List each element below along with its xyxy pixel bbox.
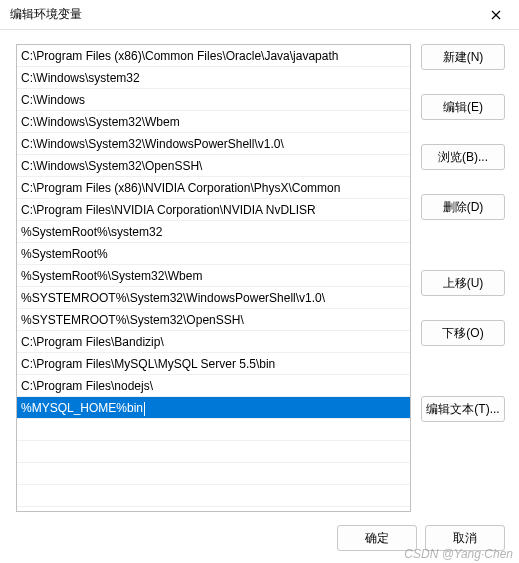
dialog-bottom-bar: 确定 取消 — [337, 525, 505, 551]
spacer — [421, 126, 505, 138]
dialog-content: C:\Program Files (x86)\Common Files\Orac… — [0, 30, 519, 520]
edittext-button[interactable]: 编辑文本(T)... — [421, 396, 505, 422]
list-item[interactable]: C:\Windows — [17, 89, 410, 111]
list-item[interactable]: %SYSTEMROOT%\System32\OpenSSH\ — [17, 309, 410, 331]
browse-button[interactable]: 浏览(B)... — [421, 144, 505, 170]
delete-button[interactable]: 删除(D) — [421, 194, 505, 220]
spacer — [421, 76, 505, 88]
spacer — [421, 176, 505, 188]
moveup-button[interactable]: 上移(U) — [421, 270, 505, 296]
close-button[interactable] — [481, 1, 511, 29]
list-item[interactable]: %SystemRoot% — [17, 243, 410, 265]
titlebar: 编辑环境变量 — [0, 0, 519, 30]
list-item[interactable] — [17, 485, 410, 507]
path-listbox[interactable]: C:\Program Files (x86)\Common Files\Orac… — [16, 44, 411, 512]
list-item[interactable]: C:\Windows\system32 — [17, 67, 410, 89]
list-item[interactable]: C:\Program Files (x86)\NVIDIA Corporatio… — [17, 177, 410, 199]
list-item[interactable]: C:\Program Files\MySQL\MySQL Server 5.5\… — [17, 353, 410, 375]
list-item[interactable]: %SYSTEMROOT%\System32\WindowsPowerShell\… — [17, 287, 410, 309]
path-edit-input[interactable]: %MYSQL_HOME%bin — [21, 399, 143, 417]
cancel-button[interactable]: 取消 — [425, 525, 505, 551]
list-item[interactable]: C:\Program Files\Bandizip\ — [17, 331, 410, 353]
list-item[interactable]: C:\Windows\System32\OpenSSH\ — [17, 155, 410, 177]
text-caret — [144, 402, 145, 416]
new-button[interactable]: 新建(N) — [421, 44, 505, 70]
list-item[interactable]: C:\Program Files\nodejs\ — [17, 375, 410, 397]
edit-button[interactable]: 编辑(E) — [421, 94, 505, 120]
list-item[interactable] — [17, 441, 410, 463]
list-item[interactable]: %SystemRoot%\system32 — [17, 221, 410, 243]
side-button-column: 新建(N) 编辑(E) 浏览(B)... 删除(D) 上移(U) 下移(O) 编… — [421, 44, 505, 512]
spacer — [421, 302, 505, 314]
list-item[interactable]: %SystemRoot%\System32\Wbem — [17, 265, 410, 287]
ok-button[interactable]: 确定 — [337, 525, 417, 551]
spacer — [421, 352, 505, 390]
list-item[interactable] — [17, 463, 410, 485]
list-item-selected[interactable]: %MYSQL_HOME%bin — [17, 397, 410, 419]
close-icon — [491, 10, 501, 20]
list-item[interactable]: C:\Program Files (x86)\Common Files\Orac… — [17, 45, 410, 67]
list-item[interactable]: C:\Windows\System32\Wbem — [17, 111, 410, 133]
list-item[interactable] — [17, 419, 410, 441]
window-title: 编辑环境变量 — [10, 6, 82, 23]
spacer — [421, 226, 505, 264]
list-item[interactable]: C:\Windows\System32\WindowsPowerShell\v1… — [17, 133, 410, 155]
movedown-button[interactable]: 下移(O) — [421, 320, 505, 346]
list-item[interactable]: C:\Program Files\NVIDIA Corporation\NVID… — [17, 199, 410, 221]
